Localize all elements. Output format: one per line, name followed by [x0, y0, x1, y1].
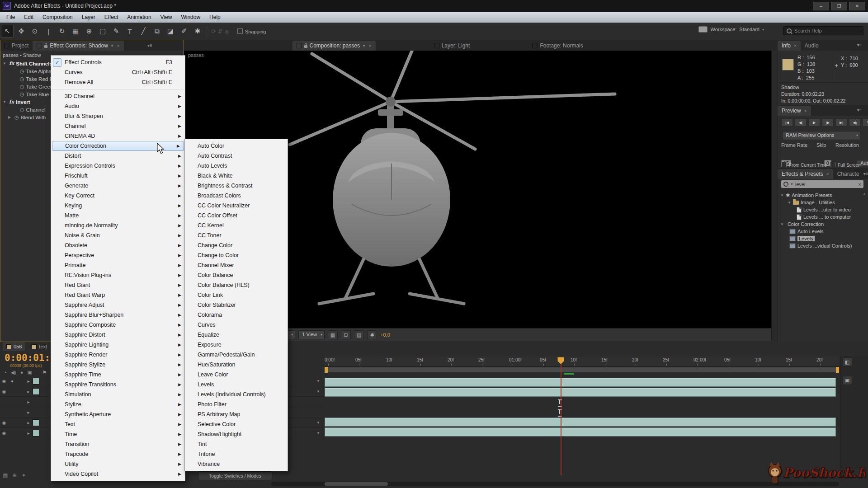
chevron-down-icon[interactable]: ▼	[790, 183, 793, 186]
flowchart-icon[interactable]: ✱	[367, 330, 377, 339]
menu-item[interactable]: minning.de Normality ▶	[51, 221, 185, 230]
menu-item[interactable]: 3D Channel ▶	[51, 91, 185, 101]
minimize-button[interactable]: –	[813, 2, 829, 10]
zoom-icon[interactable]: ⊕	[12, 472, 17, 479]
tree-item[interactable]: Levels ...uter to video	[778, 206, 864, 213]
menu-item[interactable]: Transition ▶	[51, 439, 185, 449]
solo-cell[interactable]: ●	[8, 379, 16, 384]
mask-visibility-icon[interactable]: ⊡	[341, 330, 351, 339]
tool-button[interactable]: ▢	[97, 25, 108, 37]
transport-button[interactable]: ▶	[808, 118, 820, 127]
menu-item[interactable]: Color Link	[185, 290, 288, 300]
menu-item[interactable]: Matte ▶	[51, 211, 185, 221]
layer-color-swatch[interactable]	[33, 378, 39, 385]
menu-item[interactable]: Stylize ▶	[51, 399, 185, 409]
transport-button[interactable]: |◀	[781, 118, 793, 127]
menu-item[interactable]: Equalize	[185, 330, 288, 340]
menu-item[interactable]: Generate ▶	[51, 181, 185, 191]
property-row[interactable]: ▸	[0, 407, 51, 418]
parent-dropdown[interactable]: ▼	[288, 418, 325, 428]
menu-item[interactable]: Time ▶	[51, 429, 185, 439]
menu-item[interactable]: Hue/Saturation	[185, 360, 288, 370]
menu-item[interactable]: Exposure	[185, 340, 288, 350]
menu-item[interactable]: ✓ Effect Controls F3	[51, 57, 185, 67]
maximize-button[interactable]: ❐	[831, 2, 847, 10]
parent-dropdown[interactable]: ▼	[288, 376, 325, 386]
menu-item[interactable]: Black & White	[185, 171, 288, 181]
panel-tab[interactable]: Effects & Presets ×	[778, 169, 833, 179]
full-screen-checkbox[interactable]	[830, 162, 835, 167]
twirl-icon[interactable]: ▸	[24, 431, 33, 436]
menu-bar-item[interactable]: File	[2, 12, 19, 23]
stopwatch-icon[interactable]: ◷	[20, 84, 24, 89]
twirl-icon[interactable]: ▼	[788, 201, 791, 205]
snapping-checkbox[interactable]	[237, 28, 243, 34]
menu-item[interactable]: RE:Vision Plug-ins ▶	[51, 270, 185, 280]
panel-tab[interactable]: Composition: passes ▼ ×	[292, 41, 376, 51]
time-ruler[interactable]: 0:00f05f10f15f20f25f01:00f05f10f15f20f25…	[325, 356, 839, 366]
tree-item-label[interactable]: Auto Levels	[797, 229, 823, 234]
menu-bar-item[interactable]: Help	[205, 12, 225, 23]
twirl-icon[interactable]: ▸	[24, 379, 33, 384]
menu-bar-item[interactable]: View	[156, 12, 177, 23]
panel-tab[interactable]: Footage: Normals	[528, 41, 587, 51]
view-layout-dropdown[interactable]: 1 View	[298, 330, 325, 339]
menu-item[interactable]: PS Arbitrary Map	[185, 409, 288, 419]
menu-item[interactable]: Expression Controls ▶	[51, 161, 185, 171]
property-row[interactable]: ▸	[0, 397, 51, 407]
menu-item[interactable]: Keying ▶	[51, 201, 185, 211]
transport-button[interactable]: ▶|	[835, 118, 847, 127]
lock-icon[interactable]: ▣	[27, 370, 32, 375]
twirl-icon[interactable]: ▸	[24, 399, 33, 404]
tree-item[interactable]: ▼ ✱ Animation Presets	[778, 192, 864, 199]
menu-item[interactable]: ✓ Remove All Ctrl+Shift+E	[51, 77, 185, 87]
layer-color-swatch[interactable]	[33, 430, 39, 436]
menu-item[interactable]: Leave Color	[185, 370, 288, 380]
twirl-icon[interactable]: ▼	[3, 61, 7, 66]
panel-tab[interactable]: Preview ×	[778, 106, 811, 116]
stopwatch-icon[interactable]: ◷	[20, 107, 24, 113]
tool-button[interactable]: ✎	[110, 25, 122, 37]
menu-item[interactable]: Auto Levels	[185, 161, 288, 171]
ram-preview-options-dropdown[interactable]: RAM Preview Options	[782, 131, 860, 140]
menu-item[interactable]: Red Giant Warp ▶	[51, 290, 185, 300]
menu-bar-item[interactable]: Composition	[38, 12, 77, 23]
tool-button[interactable]: ▦	[70, 25, 81, 37]
scroll-up-icon[interactable]: ▲	[863, 192, 866, 196]
close-icon[interactable]: ×	[826, 172, 829, 177]
workspace-selector[interactable]: Workspace: Standard ▾	[698, 26, 764, 33]
menu-item[interactable]: Sapphire Lighting ▶	[51, 340, 185, 350]
tree-item-label[interactable]: Color Correction	[788, 221, 824, 227]
tree-item-label[interactable]: Levels ... to computer	[803, 214, 851, 220]
tree-item-label[interactable]: Animation Presets	[792, 192, 832, 198]
menu-item[interactable]: Video Copilot ▶	[51, 469, 185, 479]
tool-button[interactable]: ◪	[165, 25, 176, 37]
transport-button[interactable]: |▶	[822, 118, 834, 127]
comp-marker-icon[interactable]: ◧	[842, 357, 852, 366]
layer-color-swatch[interactable]	[33, 419, 39, 426]
menu-item[interactable]: Change to Color	[185, 250, 288, 260]
tool-button[interactable]: |	[42, 25, 54, 37]
wrench-icon[interactable]: ✦	[21, 472, 26, 479]
layer-row[interactable]: ◉▸	[0, 386, 51, 397]
menu-item[interactable]: Colorama	[185, 310, 288, 320]
tool-button[interactable]: ✱	[192, 25, 203, 37]
stopwatch-icon[interactable]: ◷	[20, 68, 24, 74]
tool-button[interactable]: ↻	[56, 25, 68, 37]
eye-icon[interactable]: ◉	[0, 379, 8, 384]
menu-item[interactable]: Sapphire Blur+Sharpen ▶	[51, 310, 185, 320]
menu-item[interactable]: Noise & Grain ▶	[51, 230, 185, 240]
grid-icon[interactable]: ▦	[328, 330, 338, 339]
clear-search-icon[interactable]: ×	[859, 182, 861, 187]
menu-item[interactable]: CC Color Neutralizer	[185, 201, 288, 211]
menu-item[interactable]: CINEMA 4D ▶	[51, 131, 185, 141]
tool-button[interactable]: ✐	[178, 25, 190, 37]
tag-icon[interactable]: ⚑	[42, 370, 47, 375]
panel-tab[interactable]: Layer: Light	[430, 41, 474, 51]
panel-tab[interactable]: Audio	[801, 41, 823, 51]
transport-button[interactable]: ↻	[863, 118, 868, 127]
close-icon[interactable]: ×	[794, 43, 797, 48]
parent-dropdown[interactable]: ▼	[288, 386, 325, 397]
menu-item[interactable]: Levels (Individual Controls)	[185, 389, 288, 399]
panel-tab[interactable]: Effect Controls: Shadow ▼ ×	[33, 41, 123, 51]
